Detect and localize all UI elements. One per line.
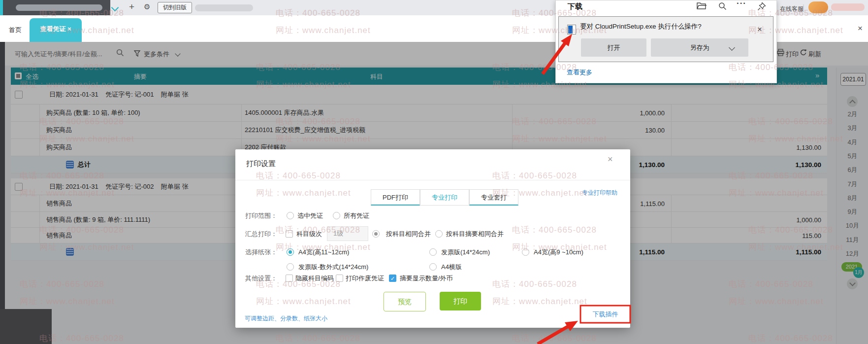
open-file-button[interactable]: 打开 bbox=[581, 38, 646, 57]
online-service-link[interactable]: 在线客服 bbox=[780, 5, 804, 13]
tab-dropdown-chevron-icon[interactable] bbox=[111, 4, 119, 12]
level-input[interactable] bbox=[327, 226, 368, 241]
open-folder-icon[interactable] bbox=[697, 2, 707, 10]
checkbox-hide-account-code-label[interactable]: 隐藏科目编码 bbox=[295, 274, 334, 283]
download-plugin-link[interactable]: 下载插件 bbox=[580, 306, 630, 323]
save-as-chevron-icon bbox=[729, 44, 735, 51]
radio-paper-invoice-ext[interactable] bbox=[287, 263, 294, 271]
avatar[interactable] bbox=[808, 1, 828, 13]
tab-view-voucher[interactable]: 查看凭证 × bbox=[30, 18, 82, 42]
radio-paper-a4-9-10[interactable] bbox=[522, 248, 529, 256]
checkbox-summary-show-qty-label[interactable]: 摘要显示数量/外币 bbox=[400, 274, 453, 283]
divider: | bbox=[803, 3, 804, 11]
checkbox-hide-account-code[interactable] bbox=[286, 275, 293, 282]
subject-level-label[interactable]: 科目级次 bbox=[296, 230, 322, 239]
radio-all-vouchers-label[interactable]: 所有凭证 bbox=[344, 211, 369, 220]
radio-paper-invoice-ext-label[interactable]: 发票版-数外式(14*24cm) bbox=[298, 263, 368, 272]
download-item-close-icon[interactable]: × bbox=[757, 25, 762, 34]
new-tab-icon[interactable]: + bbox=[129, 1, 134, 12]
panel-close-icon[interactable]: × bbox=[858, 24, 863, 34]
paper-label: 选择纸张： bbox=[245, 248, 277, 257]
download-item: 要对 CloudPrintSetup.exe 执行什么操作? × 打开 另存为 bbox=[558, 16, 773, 62]
more-options-icon[interactable]: ··· bbox=[737, 0, 746, 8]
radio-all-vouchers[interactable] bbox=[333, 212, 340, 219]
dialog-title: 打印设置 bbox=[246, 159, 276, 169]
settings-gear-icon[interactable]: ⚙ bbox=[144, 2, 150, 11]
search-downloads-icon[interactable] bbox=[718, 2, 727, 10]
radio-selected-vouchers-label[interactable]: 选中凭证 bbox=[297, 211, 323, 220]
radio-merge-same-account-label[interactable]: 按科目相同合并 bbox=[386, 230, 431, 239]
switch-old-version-button[interactable]: 切到旧版 bbox=[158, 2, 192, 13]
checkbox-summary-show-qty[interactable]: ✓ bbox=[389, 275, 396, 282]
checkbox-print-void-voucher[interactable] bbox=[336, 275, 343, 282]
download-flyout-title: 下载 bbox=[568, 2, 582, 11]
redacted-url bbox=[195, 4, 253, 11]
radio-paper-invoice-label[interactable]: 发票版(14*24cm) bbox=[441, 248, 490, 257]
radio-paper-invoice[interactable] bbox=[429, 248, 437, 256]
divider bbox=[235, 180, 630, 180]
save-as-button[interactable]: 另存为 bbox=[651, 38, 748, 57]
print-confirm-button[interactable]: 打印 bbox=[440, 292, 481, 310]
radio-selected-vouchers[interactable] bbox=[287, 212, 294, 219]
print-range-label: 打印范围： bbox=[245, 211, 277, 220]
tab-home[interactable]: 首页 bbox=[9, 26, 22, 34]
tab-view-voucher-label: 查看凭证 bbox=[40, 25, 65, 33]
tab-pdf-print[interactable]: PDF打印 bbox=[371, 189, 420, 206]
checkbox-print-void-voucher-label[interactable]: 打印作废凭证 bbox=[346, 274, 384, 283]
dialog-close-icon[interactable]: × bbox=[608, 154, 613, 165]
redacted-tab-title bbox=[16, 4, 102, 11]
tab-pro-print[interactable]: 专业打印 bbox=[420, 189, 469, 206]
radio-paper-a4-11-12-label[interactable]: A4宽(高11~12cm) bbox=[298, 248, 349, 257]
checkbox-subject-level[interactable] bbox=[286, 230, 293, 238]
tab-close-icon[interactable]: × bbox=[67, 25, 71, 33]
radio-merge-same-summary[interactable] bbox=[435, 230, 443, 238]
radio-merge-same-summary-label[interactable]: 按科目摘要相同合并 bbox=[446, 230, 504, 239]
radio-paper-a4-landscape-label[interactable]: A4横版 bbox=[441, 263, 462, 272]
exe-file-icon bbox=[567, 25, 576, 34]
preview-button[interactable]: 预览 bbox=[384, 292, 426, 311]
download-prompt: 要对 CloudPrintSetup.exe 执行什么操作? bbox=[580, 22, 702, 31]
download-flyout: 下载 ··· 要对 CloudPrintSetup.exe 执行什么操作? × … bbox=[555, 0, 777, 83]
summary-print-label: 汇总打印： bbox=[245, 230, 277, 239]
radio-merge-same-account[interactable] bbox=[372, 230, 380, 238]
tab-pro-template[interactable]: 专业套打 bbox=[469, 189, 518, 206]
other-settings-label: 其他设置： bbox=[245, 274, 277, 283]
radio-paper-a4-landscape[interactable] bbox=[429, 263, 437, 271]
radio-paper-a4-9-10-label[interactable]: A4宽(高9 ~10cm) bbox=[534, 248, 583, 257]
print-settings-dialog: 打印设置 × PDF打印 专业打印 专业套打 专业打印帮助 打印范围： 选中凭证… bbox=[235, 149, 630, 328]
radio-paper-a4-11-12[interactable] bbox=[287, 248, 294, 256]
redacted-username bbox=[831, 3, 865, 11]
adjust-settings-link[interactable]: 可调整边距、分录数、纸张大小 bbox=[245, 314, 327, 323]
save-as-label: 另存为 bbox=[690, 44, 709, 51]
pro-print-help-link[interactable]: 专业打印帮助 bbox=[582, 189, 617, 197]
see-more-link[interactable]: 查看更多 bbox=[567, 68, 592, 77]
pin-icon[interactable] bbox=[757, 2, 766, 11]
